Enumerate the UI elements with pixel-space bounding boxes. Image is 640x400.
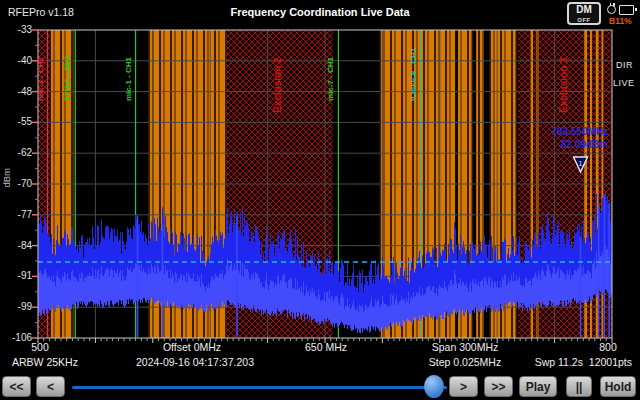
device-label: TTU-6 - CH1	[64, 31, 72, 101]
rewind-button[interactable]: <<	[2, 376, 31, 397]
play-button[interactable]: Play	[519, 376, 557, 397]
arbw-value: ARBW 25KHz	[12, 356, 78, 368]
position-slider[interactable]	[72, 386, 447, 389]
y-tick-label: -77	[4, 209, 32, 220]
y-tick-label: -62	[4, 147, 32, 158]
slider-thumb[interactable]	[424, 375, 444, 398]
y-tick-label: -70	[4, 178, 32, 189]
exclusion-label: Exclusion 3	[559, 31, 569, 113]
timestamp: 2024-09-16 04:17:37.203	[136, 356, 254, 368]
marker-id: 1	[579, 160, 583, 167]
span-value: Span 300MHz	[432, 341, 499, 353]
device-label: mic-3 - CH2	[37, 31, 45, 101]
x-tick-start: 500	[31, 341, 49, 353]
spectrum-plot: 1	[0, 0, 640, 400]
sweep-stats: Swp 11.2s 12001pts	[535, 356, 632, 368]
transport-bar: << < > >> Play || Hold	[0, 374, 640, 400]
step-forward-button[interactable]: >	[449, 376, 478, 397]
y-tick-label: -91	[4, 270, 32, 281]
fast-forward-button[interactable]: >>	[484, 376, 513, 397]
device-label: mic-1 - CH1	[125, 31, 133, 101]
hold-button[interactable]: Hold	[600, 376, 636, 397]
y-tick-label: -84	[4, 240, 32, 251]
pause-button[interactable]: ||	[566, 376, 592, 397]
y-tick-label: -40	[4, 55, 32, 66]
app-window: RFEPro v1.18 Frequency Coordination Live…	[0, 0, 640, 400]
marker-level: -82.09dBm	[500, 138, 608, 151]
x-tick-end: 800	[599, 341, 617, 353]
x-tick-mid: 650 MHz	[305, 341, 347, 353]
y-tick-label: -99	[4, 301, 32, 312]
y-tick-label: -48	[4, 86, 32, 97]
step-back-button[interactable]: <	[36, 376, 65, 397]
offset-value: Offset 0MHz	[163, 341, 221, 353]
device-label: ILink6-8 - CH1	[410, 31, 418, 101]
y-tick-label: -55	[4, 116, 32, 127]
exclusion-label: Exclusion 2	[273, 31, 283, 113]
y-tick-label: -106	[4, 332, 32, 343]
marker-readout: 783.550MHz -82.09dBm	[500, 125, 608, 151]
marker-frequency: 783.550MHz	[500, 125, 608, 138]
step-value: Step 0.025MHz	[429, 356, 501, 368]
device-label: mic-7 - CH1	[327, 31, 335, 101]
y-tick-label: -33	[4, 24, 32, 35]
